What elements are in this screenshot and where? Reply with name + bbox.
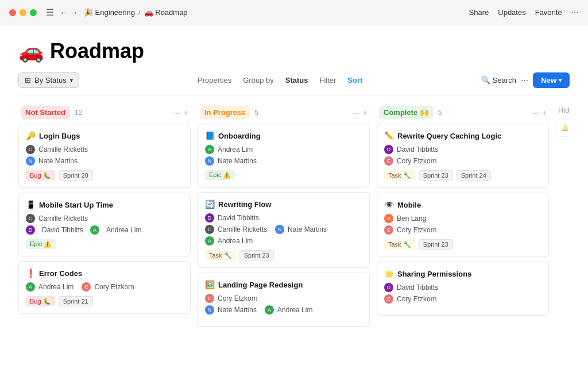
maximize-button[interactable] (30, 9, 37, 16)
card-onboarding[interactable]: 📘 Onboarding A Andrea Lim N Nate Martins… (198, 124, 370, 187)
filter-button[interactable]: Filter (319, 76, 336, 85)
card-mobile[interactable]: 👁️ Mobile B Ben Lang C Cory Etzkorn Task… (377, 193, 549, 257)
card-title: 🖼️ Landing Page Redesign (205, 280, 362, 289)
tag-task: Task 🔧 (384, 239, 415, 250)
view-mode-button[interactable]: ⊞ By Status ▾ (18, 72, 79, 88)
avatar-nate: N (275, 225, 284, 234)
card-tags: Task 🔧 Sprint 23 (384, 239, 541, 250)
column-header-hidden: Hidden (556, 102, 570, 119)
avatar-ben: B (384, 214, 393, 223)
card-title-text: Sharing Permissions (397, 270, 471, 278)
card-title: 📱 Mobile Start Up Time (26, 200, 183, 209)
avatar-david: D (205, 213, 214, 223)
avatar-nate: N (26, 156, 35, 166)
breadcrumb-roadmap[interactable]: 🚗 Roadmap (144, 8, 188, 17)
card-login-bugs[interactable]: 🔑 Login Bugs C Camille Ricketts N Nate M… (18, 124, 191, 188)
tag-bug: Bug 🐛 (26, 170, 55, 181)
person-name: Cory Etzkorn (218, 294, 257, 302)
tag-sprint-21: Sprint 21 (59, 296, 93, 306)
sort-button[interactable]: Sort (347, 76, 362, 85)
card-people: D David Tibbitts C Cory Etzkorn (384, 283, 541, 304)
group-by-value[interactable]: Status (285, 76, 308, 85)
tag-sprint-20: Sprint 20 (59, 170, 93, 181)
forward-arrow-icon[interactable]: → (70, 8, 78, 17)
tag-task: Task 🔧 (205, 250, 236, 260)
person-cory: C Cory Etzkorn (384, 294, 541, 304)
card-sharing-permissions[interactable]: 🌟 Sharing Permissions D David Tibbitts C… (377, 262, 549, 316)
person-name: Andrea Lim (38, 283, 74, 291)
card-title: ✏️ Rewrite Query Caching Logic (384, 131, 541, 140)
column-not-started: Not Started 12 ··· + 🔑 Login Bugs C Cami (18, 102, 191, 358)
card-emoji: 🖼️ (205, 280, 215, 289)
person-name: Nate Martins (38, 157, 78, 165)
card-title-text: Error Codes (39, 269, 82, 278)
page-title-emoji: 🚗 (18, 39, 44, 63)
avatar-andrea: A (26, 282, 35, 292)
not-started-count: 12 (75, 109, 82, 117)
new-button[interactable]: New ▾ (533, 72, 570, 88)
tag-epic: Epic ⚠️ (26, 239, 56, 249)
card-emoji: 🌟 (384, 269, 394, 278)
card-people: C Camille Ricketts D David Tibbitts A An… (26, 214, 183, 235)
card-people: A Andrea Lim N Nate Martins (205, 145, 362, 166)
card-tags: Bug 🐛 Sprint 21 (26, 296, 183, 306)
avatar-cory: C (384, 294, 393, 304)
breadcrumb-engineering[interactable]: 🎉 Engineering (84, 8, 135, 17)
card-emoji: 🔑 (26, 131, 36, 140)
search-button[interactable]: 🔍 Search (481, 76, 516, 85)
hamburger-icon[interactable]: ☰ (46, 7, 54, 18)
page-title: 🚗 Roadmap (18, 39, 570, 63)
favorite-button[interactable]: Favorite (535, 8, 562, 17)
person-camille-nate: C Camille Ricketts N Nate Martins (205, 225, 362, 234)
share-button[interactable]: Share (469, 8, 489, 17)
avatar-cory: C (384, 225, 393, 235)
avatar-andrea: A (205, 236, 214, 246)
minimize-button[interactable] (20, 9, 26, 16)
view-mode-label: By Status (34, 76, 67, 85)
person-name: Nate Martins (288, 225, 327, 233)
tag-sprint-23: Sprint 23 (239, 250, 274, 260)
card-error-codes[interactable]: ❗ Error Codes A Andrea Lim C Cory Etzkor… (18, 261, 191, 314)
card-people: C Cory Etzkorn N Nate Martins A Andrea L… (205, 294, 362, 315)
column-hidden: Hidden 🔔 No (556, 102, 570, 358)
column-add-icon[interactable]: + (363, 108, 368, 117)
complete-count: 5 (438, 109, 442, 117)
avatar-andrea: A (265, 305, 274, 315)
person-name: David Tibbitts (397, 283, 438, 292)
tag-epic: Epic ⚠️ (205, 170, 235, 180)
card-rewriting-flow[interactable]: 🔄 Rewriting Flow D David Tibbitts C Cami… (198, 192, 370, 268)
card-title: 👁️ Mobile (384, 200, 541, 209)
column-add-icon[interactable]: + (184, 108, 188, 117)
close-button[interactable] (9, 9, 16, 16)
card-query-caching[interactable]: ✏️ Rewrite Query Caching Logic D David T… (377, 124, 549, 188)
page-content: 🚗 Roadmap ⊞ By Status ▾ Properties Group… (0, 39, 588, 358)
avatar-camille: C (26, 145, 35, 154)
tag-sprint-24: Sprint 24 (457, 170, 491, 181)
column-more-icon[interactable]: ··· (532, 108, 539, 117)
search-icon: 🔍 (481, 76, 490, 85)
person-cory: C Cory Etzkorn (384, 156, 541, 166)
person-name: Cory Etzkorn (397, 295, 436, 303)
column-add-icon[interactable]: + (542, 108, 547, 117)
person-name: David Tibbitts (42, 226, 83, 234)
properties-button[interactable]: Properties (198, 76, 231, 85)
card-title: 🌟 Sharing Permissions (384, 269, 541, 278)
card-emoji: ✏️ (384, 131, 394, 140)
avatar-cory: C (384, 156, 393, 166)
more-toolbar-options[interactable]: ··· (521, 75, 528, 86)
back-arrow-icon[interactable]: ← (60, 8, 68, 17)
person-nate: N Nate Martins (26, 156, 183, 166)
person-name: David Tibbitts (397, 145, 438, 154)
card-tags: Task 🔧 Sprint 23 (205, 250, 362, 260)
card-title: 🔑 Login Bugs (26, 131, 183, 140)
card-landing-page[interactable]: 🖼️ Landing Page Redesign C Cory Etzkorn … (198, 273, 370, 327)
updates-button[interactable]: Updates (498, 8, 525, 17)
more-options-button[interactable]: ··· (571, 7, 579, 18)
person-name: Camille Ricketts (38, 214, 88, 223)
card-title: 🔄 Rewriting Flow (205, 200, 362, 209)
column-more-icon[interactable]: ··· (173, 108, 180, 117)
person-david: D David Tibbitts (384, 145, 541, 154)
card-mobile-startup[interactable]: 📱 Mobile Start Up Time C Camille Rickett… (18, 193, 191, 256)
column-more-icon[interactable]: ··· (353, 108, 359, 117)
card-people: D David Tibbitts C Camille Ricketts N Na… (205, 213, 362, 246)
